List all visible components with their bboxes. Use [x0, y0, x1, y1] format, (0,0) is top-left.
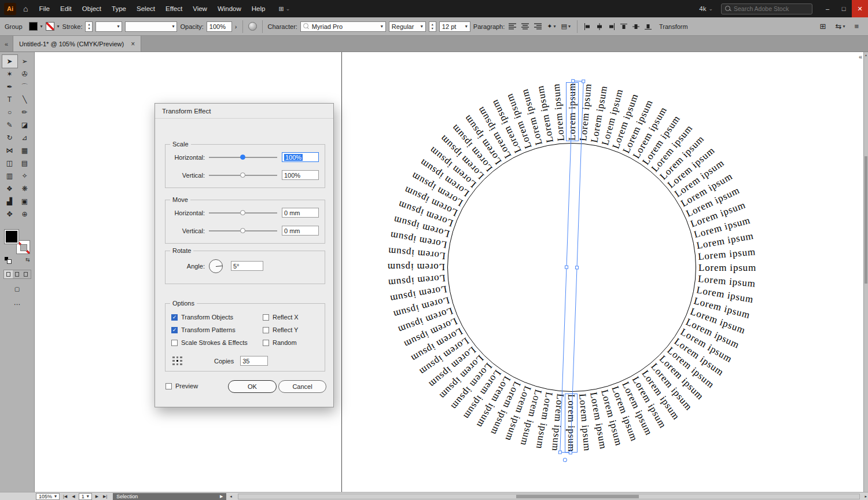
menu-file[interactable]: File: [34, 0, 55, 17]
checkbox-scale-strokes-effects[interactable]: Scale Strokes & Effects: [171, 336, 263, 349]
stock-search-input[interactable]: [734, 5, 803, 12]
hand-tool[interactable]: ✥: [2, 208, 17, 220]
free-transform-tool[interactable]: ▦: [17, 144, 32, 157]
align-vertical-bottom-button[interactable]: [643, 23, 653, 31]
scale-vertical-input[interactable]: 100%: [282, 170, 319, 180]
opacity-expand-icon[interactable]: ›: [235, 23, 237, 30]
hamburger-menu-icon[interactable]: ≡: [854, 22, 859, 31]
preview-checkbox[interactable]: Preview: [165, 383, 198, 389]
radial-text-item[interactable]: Lorem ipsum: [567, 83, 578, 141]
move-vertical-slider[interactable]: [209, 227, 277, 235]
align-horizontal-left-button[interactable]: [583, 23, 592, 31]
chevron-down-icon[interactable]: ▾: [57, 24, 60, 29]
copies-input[interactable]: 35: [240, 356, 268, 366]
transform-panel-link[interactable]: Transform: [659, 23, 688, 30]
panel-options-icon[interactable]: ⇆ ▾: [834, 21, 846, 31]
checkbox-box[interactable]: [263, 340, 269, 346]
last-artboard-button[interactable]: ▶|: [102, 494, 108, 499]
menu-select[interactable]: Select: [131, 0, 160, 17]
draw-behind-button[interactable]: [13, 270, 21, 278]
scroll-up-icon[interactable]: ▴: [864, 52, 868, 58]
change-screen-mode-button[interactable]: ▢: [13, 285, 22, 293]
align-vertical-center-button[interactable]: [631, 23, 641, 31]
draw-inside-button[interactable]: [21, 270, 30, 278]
align-vertical-top-button[interactable]: [619, 23, 628, 31]
swap-colors-icon[interactable]: ⇆: [25, 257, 30, 264]
symbol-sprayer-tool[interactable]: ❋: [17, 182, 32, 195]
type-tool[interactable]: T: [2, 93, 17, 106]
preview-checkbox-box[interactable]: [165, 383, 172, 389]
stepper-down-icon[interactable]: ▾: [88, 27, 90, 31]
gradient-tool[interactable]: ▥: [2, 170, 17, 182]
crown-icon[interactable]: ✦ ▾: [546, 22, 557, 31]
radial-text-item[interactable]: Lorem ipsum: [387, 261, 445, 273]
reference-point-locator[interactable]: [172, 356, 182, 366]
next-artboard-button[interactable]: ▶: [94, 494, 100, 499]
stock-search-box[interactable]: [721, 3, 812, 14]
align-text-center-button[interactable]: [520, 23, 530, 30]
stepper-up-icon[interactable]: ▴: [88, 23, 90, 27]
scale-tool[interactable]: ⊿: [17, 131, 32, 144]
magic-wand-tool[interactable]: ✶: [2, 68, 17, 80]
workspace-grid-icon[interactable]: ⊞: [820, 22, 826, 31]
pen-tool[interactable]: ✒: [2, 80, 17, 93]
scroll-right-icon[interactable]: ▸: [863, 494, 868, 499]
menu-window[interactable]: Window: [212, 0, 247, 17]
artboard-number-select[interactable]: 1 ▾: [79, 493, 92, 500]
close-button[interactable]: ✕: [852, 0, 868, 17]
font-style-select[interactable]: Regular ▾: [389, 21, 426, 32]
arrange-documents-icon[interactable]: ⊞ ⌄: [278, 5, 290, 13]
fill-color-well[interactable]: [5, 230, 19, 244]
align-text-left-button[interactable]: [507, 23, 517, 30]
menu-help[interactable]: Help: [247, 0, 271, 17]
checkbox-reflect-y[interactable]: Reflect Y: [263, 323, 321, 336]
selection-tool[interactable]: ➤: [2, 55, 17, 68]
menu-edit[interactable]: Edit: [55, 0, 77, 17]
checkbox-box[interactable]: ✓: [171, 327, 178, 333]
default-colors-icon[interactable]: [5, 257, 12, 264]
workspace-switcher[interactable]: 4k ⌄: [699, 5, 713, 12]
blend-tool[interactable]: ❖: [2, 182, 17, 195]
pencil-tool[interactable]: ✎: [2, 119, 17, 131]
zoom-level-select[interactable]: 105% ▾: [36, 493, 60, 500]
sphere-icon[interactable]: [248, 22, 257, 31]
scale-vertical-slider[interactable]: [209, 171, 277, 179]
expand-panels-icon[interactable]: «: [859, 53, 862, 60]
flowchart-icon[interactable]: ▤ ▾: [560, 22, 572, 31]
previous-artboard-button[interactable]: ◀: [71, 494, 76, 499]
checkbox-box[interactable]: [263, 314, 269, 321]
collapse-toolbar-icon[interactable]: «: [0, 36, 13, 52]
vertical-scrollbar[interactable]: ▴: [863, 52, 868, 492]
angle-dial[interactable]: [209, 259, 223, 273]
eraser-tool[interactable]: ◪: [17, 119, 32, 131]
eyedropper-tool[interactable]: ✧: [17, 170, 32, 182]
direct-selection-tool[interactable]: ➢: [17, 55, 32, 68]
menu-object[interactable]: Object: [77, 0, 106, 17]
line-segment-tool[interactable]: ╲: [17, 93, 32, 106]
checkbox-box[interactable]: [171, 340, 178, 346]
scale-horizontal-input[interactable]: 100%: [282, 152, 319, 162]
align-text-right-button[interactable]: [533, 23, 543, 30]
artboard-tool[interactable]: ▣: [17, 195, 32, 208]
first-artboard-button[interactable]: |◀: [62, 494, 68, 499]
curvature-tool[interactable]: ⌒: [17, 80, 32, 93]
maximize-button[interactable]: □: [836, 0, 852, 17]
align-horizontal-right-button[interactable]: [607, 23, 616, 31]
stepper-up-icon[interactable]: ▴: [432, 23, 433, 27]
checkbox-reflect-x[interactable]: Reflect X: [263, 311, 321, 323]
cancel-button[interactable]: Cancel: [278, 380, 326, 393]
align-horizontal-center-button[interactable]: [595, 23, 604, 31]
status-arrow-icon[interactable]: ▶: [220, 494, 223, 499]
font-size-stepper[interactable]: ▴ ▾: [429, 21, 436, 32]
brush-definition-select[interactable]: ▾: [125, 21, 177, 32]
home-icon[interactable]: ⌂: [23, 4, 28, 13]
edit-toolbar-icon[interactable]: …: [0, 299, 34, 307]
tab-close-icon[interactable]: ×: [131, 40, 135, 48]
lasso-tool[interactable]: ✇: [17, 68, 32, 80]
font-family-select[interactable]: Myriad Pro ▾: [300, 21, 386, 32]
rotate-tool[interactable]: ↻: [2, 131, 17, 144]
dialog-title[interactable]: Transform Effect: [155, 104, 333, 119]
fill-color-swatch[interactable]: [29, 22, 38, 31]
radial-text-item[interactable]: Lorem ipsum: [698, 262, 756, 274]
checkbox-box[interactable]: ✓: [171, 314, 178, 321]
